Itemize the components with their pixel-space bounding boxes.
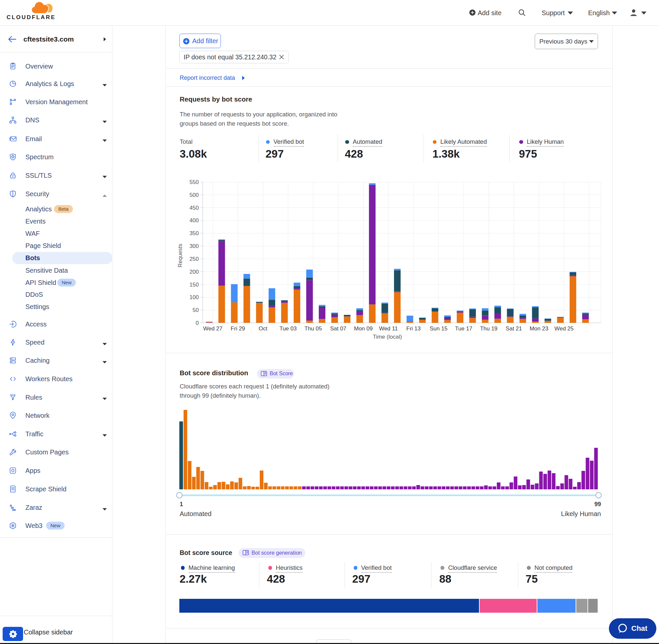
svg-text:400: 400 xyxy=(190,217,199,224)
svg-text:300: 300 xyxy=(190,243,199,249)
svg-text:Tue 17: Tue 17 xyxy=(455,325,472,332)
svg-text:50: 50 xyxy=(192,307,199,313)
svg-text:550: 550 xyxy=(190,179,199,185)
svg-text:Fri 13: Fri 13 xyxy=(406,325,421,332)
svg-text:Fri 29: Fri 29 xyxy=(231,325,245,332)
svg-text:200: 200 xyxy=(190,269,199,275)
svg-text:0: 0 xyxy=(196,320,199,326)
svg-text:Wed 27: Wed 27 xyxy=(203,325,222,332)
svg-text:Oct: Oct xyxy=(258,325,267,332)
svg-text:Wed 11: Wed 11 xyxy=(379,325,398,332)
svg-text:500: 500 xyxy=(190,192,199,198)
svg-text:Mon 23: Mon 23 xyxy=(529,325,548,332)
svg-text:Tue 03: Tue 03 xyxy=(280,325,297,332)
svg-text:450: 450 xyxy=(190,205,199,211)
svg-text:Sat 21: Sat 21 xyxy=(506,325,522,332)
svg-text:Requests: Requests xyxy=(177,244,183,268)
svg-text:250: 250 xyxy=(190,256,199,262)
svg-text:100: 100 xyxy=(190,294,199,300)
svg-text:150: 150 xyxy=(190,282,199,288)
svg-text:Mon 09: Mon 09 xyxy=(354,325,373,332)
svg-text:Thu 19: Thu 19 xyxy=(480,325,497,332)
svg-text:Sat 07: Sat 07 xyxy=(330,325,346,332)
svg-text:Time (local): Time (local) xyxy=(373,334,402,340)
svg-text:Thu 05: Thu 05 xyxy=(304,325,322,332)
svg-text:Sun 15: Sun 15 xyxy=(429,325,447,332)
svg-text:350: 350 xyxy=(190,230,199,236)
svg-text:Wed 25: Wed 25 xyxy=(555,325,573,332)
